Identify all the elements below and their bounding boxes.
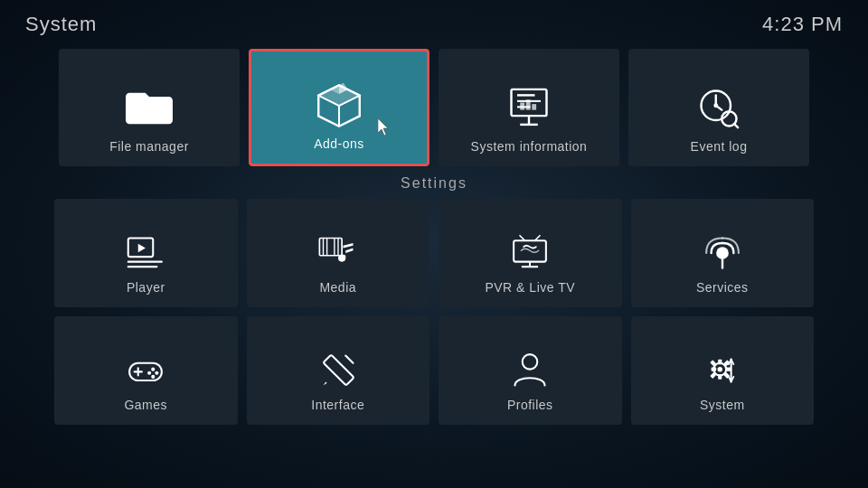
pvr-live-tv-label: PVR & Live TV xyxy=(485,280,575,295)
top-row: File manager Add-ons xyxy=(0,42,868,170)
box-icon xyxy=(316,82,363,129)
svg-point-43 xyxy=(151,375,155,379)
tile-profiles[interactable]: Profiles xyxy=(439,316,622,425)
settings-grid: Player Media PVR & Live TV xyxy=(0,195,868,428)
add-ons-label: Add-ons xyxy=(314,136,364,151)
tile-system-information[interactable]: System information xyxy=(439,49,619,166)
clock-search-icon xyxy=(695,85,742,132)
media-icon xyxy=(318,233,358,273)
header: System 4:23 PM xyxy=(0,0,868,42)
tile-pvr-live-tv[interactable]: PVR & Live TV xyxy=(439,199,622,307)
svg-rect-52 xyxy=(711,368,716,371)
svg-rect-14 xyxy=(520,103,524,110)
games-label: Games xyxy=(124,398,167,412)
media-label: Media xyxy=(319,280,356,295)
presentation-icon xyxy=(505,85,552,132)
svg-rect-13 xyxy=(532,104,536,110)
app-title: System xyxy=(25,13,97,36)
tile-media[interactable]: Media xyxy=(247,199,430,307)
svg-marker-22 xyxy=(138,244,146,253)
tile-file-manager[interactable]: File manager xyxy=(59,49,240,166)
svg-rect-49 xyxy=(718,360,722,365)
settings-section-label: Settings xyxy=(0,175,868,192)
tile-add-ons[interactable]: Add-ons xyxy=(249,49,429,166)
svg-point-48 xyxy=(717,367,722,372)
svg-point-35 xyxy=(716,247,729,259)
svg-line-45 xyxy=(345,356,353,363)
system-label: System xyxy=(700,398,745,412)
play-icon xyxy=(126,233,165,273)
tile-services[interactable]: Services xyxy=(631,199,815,307)
tv-icon xyxy=(510,233,550,273)
tile-interface[interactable]: Interface xyxy=(247,316,430,425)
svg-line-20 xyxy=(734,124,738,127)
cursor-icon xyxy=(378,118,391,136)
file-manager-label: File manager xyxy=(109,139,189,154)
gear-fork-icon xyxy=(703,351,742,390)
player-label: Player xyxy=(127,280,165,295)
svg-point-46 xyxy=(523,354,538,370)
pencil-icon xyxy=(318,351,358,390)
svg-rect-50 xyxy=(718,374,722,380)
system-information-label: System information xyxy=(471,139,588,154)
svg-point-40 xyxy=(151,368,155,371)
folder-icon xyxy=(126,85,173,132)
svg-point-41 xyxy=(156,371,159,375)
person-icon xyxy=(510,351,550,390)
svg-point-18 xyxy=(713,103,718,108)
svg-marker-5 xyxy=(378,118,388,136)
clock: 4:23 PM xyxy=(762,13,843,36)
event-log-label: Event log xyxy=(691,139,748,154)
profiles-label: Profiles xyxy=(507,398,553,412)
tile-system[interactable]: System xyxy=(631,316,815,425)
svg-rect-12 xyxy=(526,99,531,109)
svg-point-42 xyxy=(147,371,151,375)
podcast-icon xyxy=(703,233,742,273)
tile-player[interactable]: Player xyxy=(54,199,238,307)
tile-games[interactable]: Games xyxy=(54,316,238,425)
gamepad-icon xyxy=(126,351,165,390)
tile-event-log[interactable]: Event log xyxy=(628,49,809,166)
services-label: Services xyxy=(696,280,749,295)
interface-label: Interface xyxy=(311,398,364,412)
